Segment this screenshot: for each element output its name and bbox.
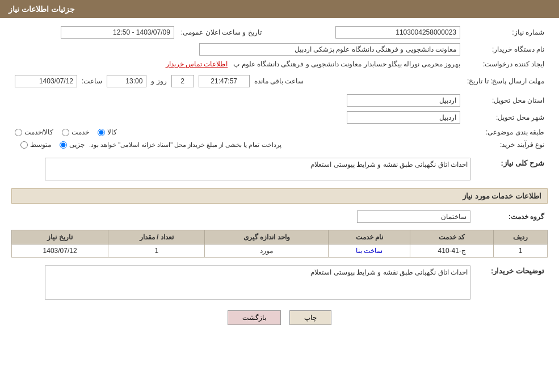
service-group-input: ساختمان (357, 210, 470, 223)
need-desc-section: شرح کلی نیاز: احداث اتاق نگهبانی طبق نقش… (11, 155, 548, 183)
page-header: جزئیات اطلاعات نیاز (0, 0, 559, 18)
radio-khadamat[interactable]: خدمت (62, 128, 89, 136)
service-group-table: گروه خدمت: ساختمان (11, 208, 548, 225)
info-table: شماره نیاز: 1103004258000023 تاریخ و ساع… (11, 24, 548, 151)
table-row: 1 ج-41-410 ساخت بنا مورد 1 1403/07/12 (12, 245, 548, 258)
requester-label: ایجاد کننده درخواست: (464, 58, 548, 70)
deadline-date-input: 1403/07/12 (15, 75, 77, 87)
need-number-label: شماره نیاز: (464, 24, 548, 41)
requester-text: بهروز محرمی نوراله بیگلو حسابدار معاونت … (233, 60, 460, 68)
col-service-code: کد خدمت (410, 230, 494, 245)
cell-quantity: 1 (108, 245, 205, 258)
deadline-remaining-label: ساعت باقی مانده (254, 77, 304, 85)
buyer-notes-box: احداث اتاق نگهبانی طبق نقشه و شرایط پیوس… (45, 265, 470, 300)
buyer-notes-text: احداث اتاق نگهبانی طبق نقشه و شرایط پیوس… (310, 268, 468, 276)
page-title: جزئیات اطلاعات نیاز (9, 5, 75, 14)
buyer-org-value: معاونت دانشجویی و فرهنگی دانشگاه علوم پز… (11, 41, 464, 58)
col-quantity: تعداد / مقدار (108, 230, 205, 245)
radio-kala[interactable]: کالا (98, 128, 117, 136)
col-row-num: ردیف (494, 230, 548, 245)
page-container: جزئیات اطلاعات نیاز شماره نیاز: 11030042… (0, 0, 559, 392)
radio-motavaset[interactable]: متوسط (20, 141, 51, 149)
deadline-day-label: روز و (151, 77, 166, 85)
buyer-notes-label: توضیحات خریدار: (474, 263, 548, 302)
province-value: اردبیل (11, 92, 464, 109)
need-desc-value: احداث اتاق نگهبانی طبق نقشه و شرایط پیوس… (11, 155, 474, 183)
requester-value: بهروز محرمی نوراله بیگلو حسابدار معاونت … (11, 58, 464, 70)
purchase-type-value: متوسط جزیی پرداخت تمام یا بخشی از مبلغ خ… (11, 138, 464, 151)
service-group-value: ساختمان (11, 208, 474, 225)
cell-service-code: ج-41-410 (410, 245, 494, 258)
province-label: استان محل تحویل: (464, 92, 548, 109)
deadline-time-input: 13:00 (107, 75, 146, 87)
cell-unit: مورد (205, 245, 329, 258)
deadline-row: 1403/07/12 ساعت: 13:00 روز و 2 21:47:57 … (11, 70, 464, 92)
buyer-org-label: نام دستگاه خریدار: (464, 41, 548, 58)
radio-kala-khadamat[interactable]: کالا/خدمت (15, 128, 53, 136)
city-label: شهر محل تحویل: (464, 109, 548, 126)
need-desc-text: احداث اتاق نگهبانی طبق نقشه و شرایط پیوس… (310, 161, 468, 168)
purchase-type-label: نوع فرآیند خرید: (464, 138, 548, 151)
cell-row-num: 1 (494, 245, 548, 258)
services-table: ردیف کد خدمت نام خدمت واحد اندازه گیری ت… (11, 230, 548, 258)
purchase-note: پرداخت تمام یا بخشی از مبلغ خریداز محل "… (89, 141, 281, 149)
main-content: شماره نیاز: 1103004258000023 تاریخ و ساع… (0, 18, 559, 339)
deadline-label: مهلت ارسال پاسخ: تا تاریخ: (464, 70, 548, 92)
buyer-org-input: معاونت دانشجویی و فرهنگی دانشگاه علوم پز… (199, 43, 460, 56)
print-button[interactable]: چاپ (289, 310, 331, 325)
deadline-days-input: 2 (171, 75, 194, 87)
need-number-value: 1103004258000023 (282, 24, 464, 41)
cell-service-name: ساخت بنا (329, 245, 410, 258)
col-unit: واحد اندازه گیری (205, 230, 329, 245)
services-section-title: اطلاعات خدمات مورد نیاز (11, 188, 548, 204)
need-number-input: 1103004258000023 (335, 26, 460, 39)
date-label: تاریخ و ساعت اعلان عمومی: (178, 24, 265, 41)
col-need-date: تاریخ نیاز (12, 230, 108, 245)
province-input: اردبیل (347, 94, 460, 107)
deadline-remaining-input: 21:47:57 (199, 75, 250, 87)
city-input: اردبیل (347, 111, 460, 124)
city-value: اردبیل (11, 109, 464, 126)
buttons-row: چاپ بازگشت (11, 310, 548, 325)
buyer-notes-value: احداث اتاق نگهبانی طبق نقشه و شرایط پیوس… (11, 263, 474, 302)
need-desc-label: شرح کلی نیاز: (474, 155, 548, 183)
need-desc-box: احداث اتاق نگهبانی طبق نقشه و شرایط پیوس… (45, 158, 470, 180)
date-value: 1403/07/09 - 12:50 (11, 24, 178, 41)
col-service-name: نام خدمت (329, 230, 410, 245)
contact-link[interactable]: اطلاعات تماس خریدار (166, 60, 228, 68)
back-button[interactable]: بازگشت (228, 310, 281, 325)
radio-jozi[interactable]: جزیی (60, 141, 85, 149)
deadline-time-label: ساعت: (82, 77, 102, 85)
date-input: 1403/07/09 - 12:50 (61, 26, 174, 39)
service-group-label: گروه خدمت: (474, 208, 548, 225)
category-label: طبقه بندی موضوعی: (464, 126, 548, 138)
category-value: کالا/خدمت خدمت کالا (11, 126, 464, 138)
buyer-notes-section: توضیحات خریدار: احداث اتاق نگهبانی طبق ن… (11, 263, 548, 302)
cell-need-date: 1403/07/12 (12, 245, 108, 258)
